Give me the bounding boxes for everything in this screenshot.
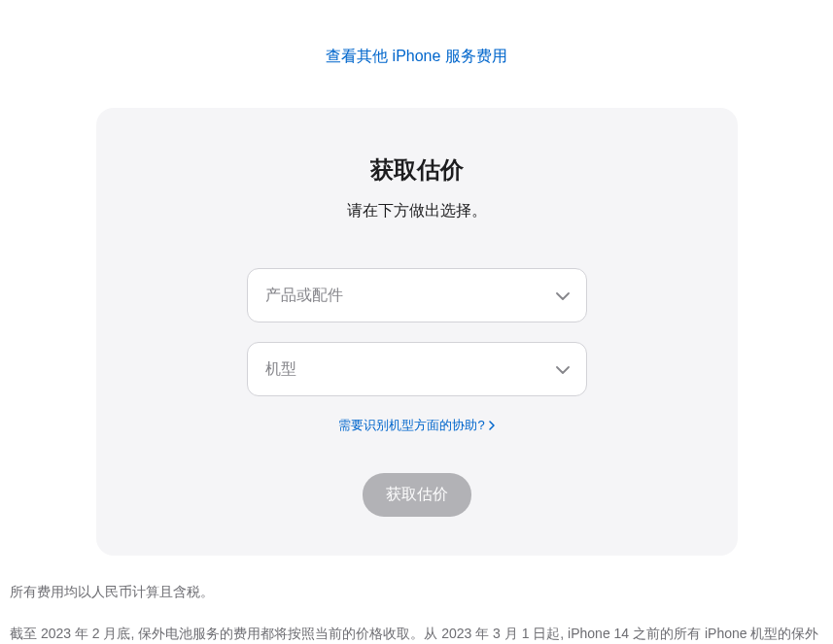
footnotes: 所有费用均以人民币计算且含税。 截至 2023 年 2 月底, 保外电池服务的费… <box>0 556 833 644</box>
other-service-fees-link[interactable]: 查看其他 iPhone 服务费用 <box>326 48 507 64</box>
identify-model-help-link[interactable]: 需要识别机型方面的协助? <box>338 417 494 434</box>
footnote-tax-note: 所有费用均以人民币计算且含税。 <box>10 579 823 605</box>
chevron-right-icon <box>489 421 495 430</box>
footnote-price-change-text: 截至 2023 年 2 月底, 保外电池服务的费用都将按照当前的价格收取。从 2… <box>10 626 818 644</box>
product-select[interactable]: 产品或配件 <box>247 268 587 322</box>
footnote-price-change: 截至 2023 年 2 月底, 保外电池服务的费用都将按照当前的价格收取。从 2… <box>10 621 823 644</box>
card-title: 获取估价 <box>135 154 699 186</box>
get-estimate-button[interactable]: 获取估价 <box>363 473 471 517</box>
card-subtitle: 请在下方做出选择。 <box>135 201 699 221</box>
model-select[interactable]: 机型 <box>247 342 587 396</box>
estimate-card: 获取估价 请在下方做出选择。 产品或配件 机型 需要识别机型方面的协助? 获取估… <box>96 108 738 556</box>
product-select-wrapper: 产品或配件 <box>247 268 587 322</box>
top-link-container: 查看其他 iPhone 服务费用 <box>0 0 833 90</box>
help-link-text: 需要识别机型方面的协助? <box>338 417 484 434</box>
model-select-wrapper: 机型 <box>247 342 587 396</box>
help-link-row: 需要识别机型方面的协助? <box>135 416 699 434</box>
